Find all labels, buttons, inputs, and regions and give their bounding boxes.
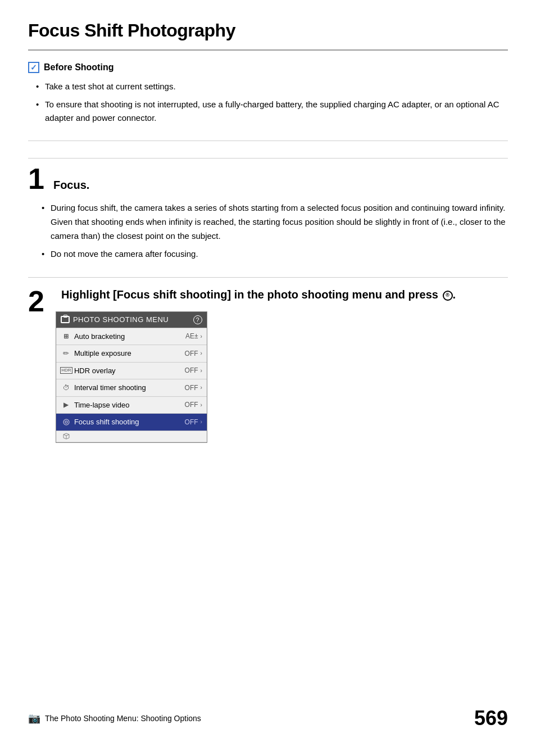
step-2-title-suffix: . (453, 288, 456, 301)
step-1-bullets: During focus shift, the camera takes a s… (34, 201, 508, 261)
before-shooting-header: Before Shooting (28, 61, 508, 74)
menu-row-interval-timer[interactable]: ⏱ Interval timer shooting OFF › (56, 379, 207, 397)
footer-text: The Photo Shooting Menu: Shooting Option… (45, 713, 201, 725)
list-item: To ensure that shooting is not interrupt… (34, 98, 508, 125)
menu-row-label: Focus shift shooting (72, 417, 185, 428)
menu-row-label: Interval timer shooting (72, 382, 185, 393)
camera-menu: PHOTO SHOOTING MENU ? ⊞ Auto bracketing … (56, 311, 207, 443)
step-2-section: 2 Highlight [Focus shift shooting] in th… (28, 277, 508, 443)
hdr-icon: HDR (61, 367, 72, 374)
menu-row-value: OFF (185, 400, 198, 410)
menu-row-arrow: › (201, 418, 202, 426)
step-1-section: 1 Focus. During focus shift, the camera … (28, 158, 508, 261)
empty-icon (61, 432, 72, 440)
camera-menu-title: PHOTO SHOOTING MENU (73, 314, 169, 325)
menu-row-time-lapse[interactable]: ▶ Time-lapse video OFF › (56, 397, 207, 414)
step-1-title: Focus. (53, 176, 89, 193)
menu-row-value: OFF (185, 348, 198, 359)
menu-row-empty (56, 431, 207, 442)
help-icon: ? (193, 315, 202, 324)
before-shooting-section: Before Shooting Take a test shot at curr… (28, 61, 508, 141)
menu-row-label: Time-lapse video (72, 400, 185, 411)
menu-row-multiple-exposure[interactable]: ✏ Multiple exposure OFF › (56, 345, 207, 363)
step-2-text: Highlight [Focus shift shooting] in the … (56, 287, 508, 302)
footer-left: 📷 The Photo Shooting Menu: Shooting Opti… (28, 711, 201, 726)
step-2-body: 2 Highlight [Focus shift shooting] in th… (28, 287, 508, 443)
pencil-icon: ✏ (61, 348, 72, 359)
checkbox-icon (28, 62, 39, 73)
focus-icon (61, 418, 72, 426)
menu-row-arrow: › (201, 383, 202, 392)
bracket-icon: ⊞ (61, 332, 72, 341)
footer-camera-icon: 📷 (28, 711, 40, 726)
menu-row-value: OFF (185, 365, 198, 375)
page-number: 569 (474, 703, 508, 734)
menu-row-hdr-overlay[interactable]: HDR HDR overlay OFF › (56, 363, 207, 380)
step-1-content: During focus shift, the camera takes a s… (28, 201, 508, 261)
ok-button-icon: ® (443, 291, 453, 301)
menu-row-label: HDR overlay (72, 365, 185, 377)
menu-row-focus-shift[interactable]: Focus shift shooting OFF › (56, 414, 207, 431)
menu-row-arrow: › (201, 349, 202, 357)
menu-row-label: Multiple exposure (72, 348, 185, 359)
menu-row-arrow: › (201, 332, 202, 341)
step-2-title: Highlight [Focus shift shooting] in the … (61, 288, 456, 301)
list-item: During focus shift, the camera takes a s… (39, 201, 508, 243)
timelapse-icon: ▶ (61, 400, 72, 410)
step-2-title-part1: Highlight [Focus shift shooting] in the … (61, 288, 438, 301)
menu-row-label: Auto bracketing (72, 331, 185, 342)
step-2-number: 2 (28, 287, 44, 316)
timer-icon: ⏱ (61, 383, 72, 393)
menu-row-arrow: › (201, 366, 202, 375)
step-1-number: 1 (28, 164, 44, 193)
list-item: Take a test shot at current settings. (34, 80, 508, 93)
menu-row-arrow: › (201, 401, 202, 409)
menu-row-value: OFF (185, 417, 198, 427)
step-1-header: 1 Focus. (28, 164, 508, 193)
menu-row-value: AE± (185, 331, 198, 341)
camera-small-icon (61, 316, 70, 323)
page-title: Focus Shift Photography (28, 17, 508, 51)
camera-menu-header-left: PHOTO SHOOTING MENU (61, 314, 169, 325)
menu-row-value: OFF (185, 383, 198, 393)
before-shooting-bullets: Take a test shot at current settings. To… (28, 80, 508, 125)
svg-point-1 (65, 421, 67, 423)
camera-menu-header: PHOTO SHOOTING MENU ? (56, 312, 207, 328)
before-shooting-label: Before Shooting (44, 61, 113, 74)
svg-point-0 (63, 419, 69, 425)
list-item: Do not move the camera after focusing. (39, 247, 508, 261)
menu-row-auto-bracketing[interactable]: ⊞ Auto bracketing AE± › (56, 328, 207, 346)
page-footer: 📷 The Photo Shooting Menu: Shooting Opti… (28, 703, 508, 734)
